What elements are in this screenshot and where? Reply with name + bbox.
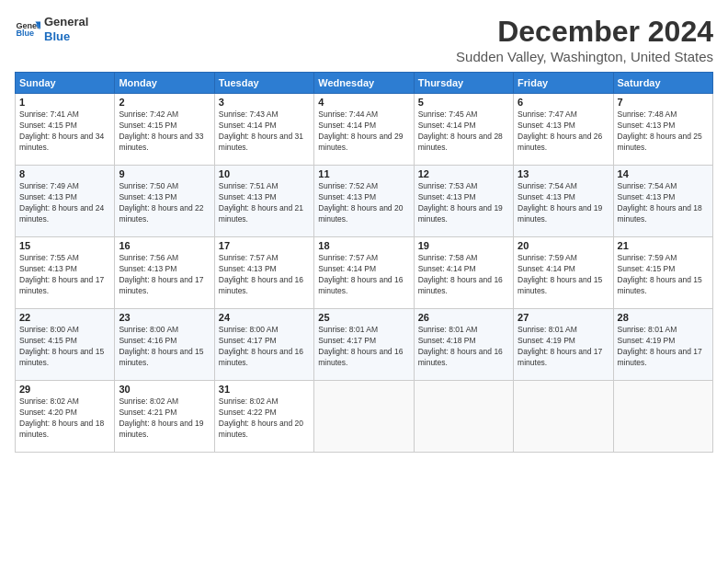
- day-info: Sunrise: 7:44 AM Sunset: 4:14 PM Dayligh…: [318, 109, 409, 154]
- weekday-header: Saturday: [613, 73, 712, 94]
- calendar-cell: 6 Sunrise: 7:47 AM Sunset: 4:13 PM Dayli…: [514, 94, 613, 166]
- day-info: Sunrise: 7:41 AM Sunset: 4:15 PM Dayligh…: [19, 109, 110, 154]
- day-info: Sunrise: 7:58 AM Sunset: 4:14 PM Dayligh…: [418, 253, 509, 297]
- calendar-cell: 19 Sunrise: 7:58 AM Sunset: 4:14 PM Dayl…: [414, 237, 513, 309]
- weekday-header: Friday: [514, 73, 613, 94]
- calendar-cell: [514, 381, 613, 453]
- day-info: Sunrise: 8:00 AM Sunset: 4:17 PM Dayligh…: [219, 325, 310, 369]
- calendar-cell: 21 Sunrise: 7:59 AM Sunset: 4:15 PM Dayl…: [613, 237, 712, 309]
- calendar-week-row: 1 Sunrise: 7:41 AM Sunset: 4:15 PM Dayli…: [16, 94, 713, 166]
- day-number: 6: [518, 97, 609, 108]
- day-info: Sunrise: 7:48 AM Sunset: 4:13 PM Dayligh…: [618, 109, 709, 154]
- calendar-cell: 20 Sunrise: 7:59 AM Sunset: 4:14 PM Dayl…: [514, 237, 613, 309]
- day-info: Sunrise: 7:54 AM Sunset: 4:13 PM Dayligh…: [618, 181, 709, 225]
- calendar-cell: 10 Sunrise: 7:51 AM Sunset: 4:13 PM Dayl…: [214, 166, 313, 237]
- day-info: Sunrise: 8:00 AM Sunset: 4:15 PM Dayligh…: [19, 325, 110, 369]
- location-title: Sudden Valley, Washington, United States: [456, 49, 713, 64]
- day-number: 25: [318, 312, 409, 323]
- calendar-cell: 16 Sunrise: 7:56 AM Sunset: 4:13 PM Dayl…: [115, 237, 214, 309]
- day-info: Sunrise: 7:51 AM Sunset: 4:13 PM Dayligh…: [219, 181, 310, 225]
- logo-text-general: General: [44, 15, 88, 29]
- title-block: December 2024 Sudden Valley, Washington,…: [456, 15, 713, 64]
- calendar-cell: 24 Sunrise: 8:00 AM Sunset: 4:17 PM Dayl…: [214, 309, 313, 381]
- day-number: 10: [219, 168, 310, 179]
- day-info: Sunrise: 7:49 AM Sunset: 4:13 PM Dayligh…: [19, 181, 110, 225]
- calendar-table: SundayMondayTuesdayWednesdayThursdayFrid…: [15, 72, 713, 453]
- day-info: Sunrise: 7:55 AM Sunset: 4:13 PM Dayligh…: [19, 253, 110, 297]
- day-info: Sunrise: 7:56 AM Sunset: 4:13 PM Dayligh…: [119, 253, 210, 297]
- calendar-cell: 17 Sunrise: 7:57 AM Sunset: 4:13 PM Dayl…: [214, 237, 313, 309]
- day-info: Sunrise: 7:43 AM Sunset: 4:14 PM Dayligh…: [219, 109, 310, 154]
- logo: General Blue General Blue: [15, 15, 88, 43]
- day-number: 21: [618, 240, 709, 251]
- day-info: Sunrise: 8:01 AM Sunset: 4:18 PM Dayligh…: [418, 325, 509, 369]
- calendar-cell: 8 Sunrise: 7:49 AM Sunset: 4:13 PM Dayli…: [16, 166, 115, 237]
- calendar-cell: [613, 381, 712, 453]
- day-number: 3: [219, 97, 310, 108]
- calendar-week-row: 15 Sunrise: 7:55 AM Sunset: 4:13 PM Dayl…: [16, 237, 713, 309]
- calendar-cell: 29 Sunrise: 8:02 AM Sunset: 4:20 PM Dayl…: [16, 381, 115, 453]
- main-container: General Blue General Blue December 2024 …: [0, 0, 728, 460]
- day-info: Sunrise: 8:00 AM Sunset: 4:16 PM Dayligh…: [119, 325, 210, 369]
- day-number: 23: [119, 312, 210, 323]
- day-number: 8: [19, 168, 110, 179]
- day-info: Sunrise: 7:57 AM Sunset: 4:14 PM Dayligh…: [318, 253, 409, 297]
- day-info: Sunrise: 7:50 AM Sunset: 4:13 PM Dayligh…: [119, 181, 210, 225]
- header: General Blue General Blue December 2024 …: [15, 15, 713, 64]
- day-number: 31: [219, 384, 310, 395]
- calendar-cell: 3 Sunrise: 7:43 AM Sunset: 4:14 PM Dayli…: [214, 94, 313, 166]
- calendar-cell: 13 Sunrise: 7:54 AM Sunset: 4:13 PM Dayl…: [514, 166, 613, 237]
- day-info: Sunrise: 8:02 AM Sunset: 4:22 PM Dayligh…: [219, 396, 310, 441]
- day-info: Sunrise: 7:54 AM Sunset: 4:13 PM Dayligh…: [518, 181, 609, 225]
- calendar-cell: 12 Sunrise: 7:53 AM Sunset: 4:13 PM Dayl…: [414, 166, 513, 237]
- calendar-cell: [314, 381, 414, 453]
- weekday-header: Monday: [115, 73, 214, 94]
- month-title: December 2024: [456, 15, 713, 49]
- calendar-cell: 28 Sunrise: 8:01 AM Sunset: 4:19 PM Dayl…: [613, 309, 712, 381]
- day-number: 12: [418, 168, 509, 179]
- calendar-cell: 23 Sunrise: 8:00 AM Sunset: 4:16 PM Dayl…: [115, 309, 214, 381]
- calendar-cell: 30 Sunrise: 8:02 AM Sunset: 4:21 PM Dayl…: [115, 381, 214, 453]
- calendar-cell: 7 Sunrise: 7:48 AM Sunset: 4:13 PM Dayli…: [613, 94, 712, 166]
- day-info: Sunrise: 7:59 AM Sunset: 4:14 PM Dayligh…: [518, 253, 609, 297]
- calendar-cell: 1 Sunrise: 7:41 AM Sunset: 4:15 PM Dayli…: [16, 94, 115, 166]
- day-number: 29: [19, 384, 110, 395]
- calendar-week-row: 22 Sunrise: 8:00 AM Sunset: 4:15 PM Dayl…: [16, 309, 713, 381]
- day-info: Sunrise: 8:01 AM Sunset: 4:19 PM Dayligh…: [518, 325, 609, 369]
- weekday-header: Wednesday: [314, 73, 414, 94]
- day-number: 2: [119, 97, 210, 108]
- calendar-cell: 2 Sunrise: 7:42 AM Sunset: 4:15 PM Dayli…: [115, 94, 214, 166]
- day-number: 7: [618, 97, 709, 108]
- day-info: Sunrise: 7:53 AM Sunset: 4:13 PM Dayligh…: [418, 181, 509, 225]
- weekday-header: Sunday: [16, 73, 115, 94]
- day-info: Sunrise: 8:02 AM Sunset: 4:20 PM Dayligh…: [19, 396, 110, 441]
- day-number: 4: [318, 97, 409, 108]
- calendar-week-row: 8 Sunrise: 7:49 AM Sunset: 4:13 PM Dayli…: [16, 166, 713, 237]
- logo-icon: General Blue: [15, 17, 40, 42]
- calendar-cell: 18 Sunrise: 7:57 AM Sunset: 4:14 PM Dayl…: [314, 237, 414, 309]
- day-info: Sunrise: 7:45 AM Sunset: 4:14 PM Dayligh…: [418, 109, 509, 154]
- calendar-cell: 31 Sunrise: 8:02 AM Sunset: 4:22 PM Dayl…: [214, 381, 313, 453]
- day-info: Sunrise: 7:47 AM Sunset: 4:13 PM Dayligh…: [518, 109, 609, 154]
- weekday-header-row: SundayMondayTuesdayWednesdayThursdayFrid…: [16, 73, 713, 94]
- day-info: Sunrise: 8:01 AM Sunset: 4:17 PM Dayligh…: [318, 325, 409, 369]
- day-number: 27: [518, 312, 609, 323]
- day-number: 5: [418, 97, 509, 108]
- day-number: 9: [119, 168, 210, 179]
- calendar-week-row: 29 Sunrise: 8:02 AM Sunset: 4:20 PM Dayl…: [16, 381, 713, 453]
- day-number: 14: [618, 168, 709, 179]
- day-number: 13: [518, 168, 609, 179]
- day-number: 22: [19, 312, 110, 323]
- calendar-cell: 5 Sunrise: 7:45 AM Sunset: 4:14 PM Dayli…: [414, 94, 513, 166]
- day-info: Sunrise: 8:02 AM Sunset: 4:21 PM Dayligh…: [119, 396, 210, 441]
- day-number: 11: [318, 168, 409, 179]
- calendar-cell: [414, 381, 513, 453]
- day-info: Sunrise: 7:59 AM Sunset: 4:15 PM Dayligh…: [618, 253, 709, 297]
- calendar-cell: 27 Sunrise: 8:01 AM Sunset: 4:19 PM Dayl…: [514, 309, 613, 381]
- day-number: 30: [119, 384, 210, 395]
- svg-text:Blue: Blue: [16, 29, 34, 38]
- weekday-header: Tuesday: [214, 73, 313, 94]
- day-info: Sunrise: 7:57 AM Sunset: 4:13 PM Dayligh…: [219, 253, 310, 297]
- day-number: 20: [518, 240, 609, 251]
- day-number: 24: [219, 312, 310, 323]
